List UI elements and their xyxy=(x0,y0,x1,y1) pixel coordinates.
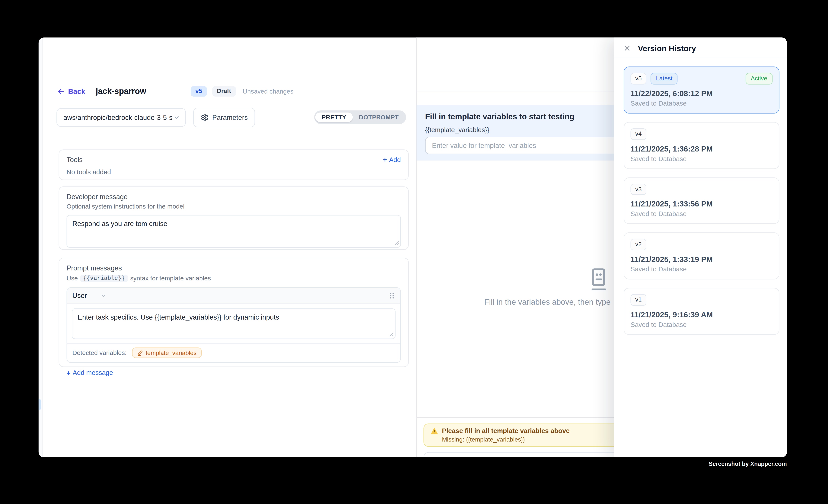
editor-toolbar: aws/anthropic/bedrock-claude-3-5-s... Pa… xyxy=(56,108,407,127)
add-message-label: Add message xyxy=(73,369,113,376)
plus-icon: + xyxy=(383,156,387,163)
back-button[interactable]: Back xyxy=(57,87,85,95)
toggle-pretty[interactable]: PRETTY xyxy=(316,113,353,122)
version-card-v1[interactable]: v1 11/21/2025, 9:16:39 AM Saved to Datab… xyxy=(624,288,780,335)
version-card-v3[interactable]: v3 11/21/2025, 1:33:56 PM Saved to Datab… xyxy=(624,177,780,224)
version-card-v5[interactable]: v5 Latest Active 11/22/2025, 6:08:12 PM … xyxy=(624,67,780,114)
developer-message-card: Developer message Optional system instru… xyxy=(58,186,409,250)
plus-icon: + xyxy=(67,370,71,376)
warning-triangle-icon xyxy=(430,427,438,434)
version-history-title: Version History xyxy=(638,44,696,53)
detected-variable-chip[interactable]: template_variables xyxy=(132,347,202,358)
page-title: jack-sparrow xyxy=(96,87,146,96)
toggle-dotprompt[interactable]: DOTPROMPT xyxy=(353,113,405,122)
add-tool-button[interactable]: + Add xyxy=(383,156,401,163)
screenshot-stage: Back jack-sparrow v5 Draft Unsaved chang… xyxy=(0,0,828,504)
developer-message-subtitle: Optional system instructions for the mod… xyxy=(67,203,401,210)
drag-handle-icon[interactable] xyxy=(388,292,395,299)
arrow-left-icon xyxy=(57,87,65,95)
pencil-icon xyxy=(137,350,143,356)
subtitle-prefix: Use xyxy=(67,275,78,282)
editor-header: Back jack-sparrow v5 Draft Unsaved chang… xyxy=(57,85,293,98)
version-list: v5 Latest Active 11/22/2025, 6:08:12 PM … xyxy=(614,58,787,335)
active-badge: Active xyxy=(745,73,773,84)
tools-empty-text: No tools added xyxy=(67,168,401,176)
detected-variables-row: Detected variables: template_variables xyxy=(67,343,400,362)
version-chip: v1 xyxy=(631,294,647,306)
watermark-text: Screenshot by Xnapper.com xyxy=(628,461,787,467)
version-storage: Saved to Database xyxy=(631,100,773,107)
detected-variables-label: Detected variables: xyxy=(72,349,126,356)
version-badge: v5 xyxy=(191,86,207,97)
message-input[interactable]: Enter task specifics. Use {{template_var… xyxy=(72,308,396,339)
back-label: Back xyxy=(68,87,85,95)
model-select-value: aws/anthropic/bedrock-claude-3-5-s... xyxy=(64,113,173,121)
warning-detail: Missing: {{template_variables}} xyxy=(442,436,644,443)
draft-badge: Draft xyxy=(212,86,236,97)
badge-group: v5 Draft Unsaved changes xyxy=(191,86,293,97)
version-storage: Saved to Database xyxy=(631,266,773,273)
version-chip: v5 xyxy=(631,73,647,84)
latest-badge: Latest xyxy=(651,73,678,84)
developer-message-title: Developer message xyxy=(67,193,401,201)
variable-syntax-chip: {{variable}} xyxy=(80,275,127,282)
parameters-button[interactable]: Parameters xyxy=(193,108,255,127)
gear-icon xyxy=(201,113,208,121)
version-chip: v3 xyxy=(631,183,647,195)
version-history-drawer: Version History v5 Latest Active 11/22/2… xyxy=(614,37,787,457)
prompt-messages-title: Prompt messages xyxy=(67,264,401,272)
bot-face-icon xyxy=(587,268,610,292)
left-edge-pill xyxy=(39,399,41,411)
tools-title: Tools xyxy=(67,156,83,164)
message-body: Enter task specifics. Use {{template_var… xyxy=(67,304,400,343)
version-chip: v2 xyxy=(631,239,647,250)
tools-card: Tools + Add No tools added xyxy=(58,150,409,180)
version-card-v4[interactable]: v4 11/21/2025, 1:36:28 PM Saved to Datab… xyxy=(624,122,780,169)
view-mode-toggle: PRETTY DOTPROMPT xyxy=(314,110,406,124)
role-select[interactable]: User xyxy=(72,292,107,299)
version-timestamp: 11/21/2025, 9:16:39 AM xyxy=(631,310,773,319)
left-edge-rail xyxy=(39,37,43,457)
version-timestamp: 11/22/2025, 6:08:12 PM xyxy=(631,89,773,98)
close-icon[interactable] xyxy=(622,44,631,52)
warning-title: Please fill in all template variables ab… xyxy=(442,427,570,434)
version-timestamp: 11/21/2025, 1:36:28 PM xyxy=(631,144,773,153)
version-history-header: Version History xyxy=(614,37,787,58)
prompt-messages-subtitle: Use {{variable}} syntax for template var… xyxy=(67,275,401,282)
prompt-messages-card: Prompt messages Use {{variable}} syntax … xyxy=(58,258,409,367)
version-storage: Saved to Database xyxy=(631,321,773,328)
version-timestamp: 11/21/2025, 1:33:19 PM xyxy=(631,255,773,264)
developer-message-input[interactable]: Respond as you are tom cruise xyxy=(67,215,401,248)
version-chip: v4 xyxy=(631,128,647,140)
version-card-v2[interactable]: v2 11/21/2025, 1:33:19 PM Saved to Datab… xyxy=(624,233,780,280)
version-timestamp: 11/21/2025, 1:33:56 PM xyxy=(631,200,773,208)
parameters-label: Parameters xyxy=(212,113,248,121)
version-storage: Saved to Database xyxy=(631,210,773,218)
chevron-down-icon xyxy=(173,114,180,121)
add-tool-label: Add xyxy=(389,156,401,163)
prompt-editor-column: Back jack-sparrow v5 Draft Unsaved chang… xyxy=(43,37,416,457)
detected-variable-name: template_variables xyxy=(146,350,197,356)
message-header: User xyxy=(67,288,400,303)
role-select-value: User xyxy=(72,292,87,299)
unsaved-changes-text: Unsaved changes xyxy=(243,88,294,95)
subtitle-suffix: syntax for template variables xyxy=(130,275,211,282)
chevron-down-icon xyxy=(100,292,107,299)
add-message-button[interactable]: + Add message xyxy=(67,369,113,376)
empty-state-text: Fill in the variables above, then type xyxy=(484,297,611,306)
model-select[interactable]: aws/anthropic/bedrock-claude-3-5-s... xyxy=(56,108,186,126)
app-window: Back jack-sparrow v5 Draft Unsaved chang… xyxy=(39,37,787,457)
version-storage: Saved to Database xyxy=(631,155,773,162)
message-block: User Enter task specifics. Use {{templat… xyxy=(67,287,401,363)
